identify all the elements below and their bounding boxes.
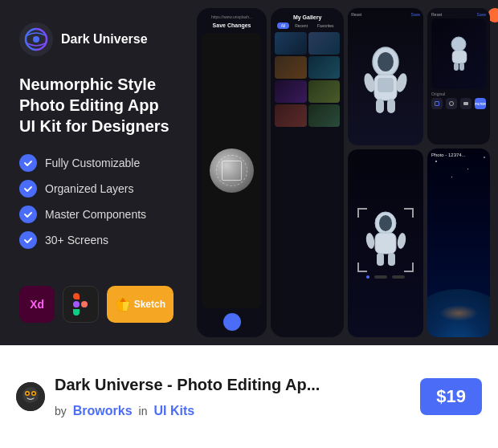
svg-rect-21 (377, 253, 384, 266)
gallery-thumb-2 (308, 32, 341, 55)
check-icon-4 (19, 231, 37, 249)
right-screens-column: Reset Save Original (427, 8, 490, 337)
gallery-thumb-7 (275, 104, 307, 127)
svg-point-17 (379, 215, 392, 231)
gallery-tab-all[interactable]: All (277, 22, 290, 29)
astronaut-figure-top (361, 44, 410, 116)
product-title: Dark Universe - Photo Editing Ap... (55, 376, 420, 394)
svg-point-23 (451, 37, 466, 51)
author-name[interactable]: Broworks (73, 404, 133, 418)
photo-edit-screen: Reset Save Original (427, 8, 490, 145)
gallery-thumb-1 (275, 32, 307, 55)
gallery-tab-recent[interactable]: Recent (291, 22, 312, 29)
edit-icon-3[interactable] (460, 98, 471, 109)
price-badge[interactable]: $19 (420, 378, 482, 415)
features-list: Fully Customizable Organized Layers Mast… (19, 154, 173, 249)
photo-edit-astronaut (445, 36, 473, 72)
product-card: Dark Universe Neumorphic Style Photo Edi… (0, 0, 498, 345)
left-panel: Dark Universe Neumorphic Style Photo Edi… (0, 0, 193, 345)
gallery-thumb-4 (308, 56, 341, 79)
feature-label-2: Organized Layers (45, 182, 134, 195)
svg-point-9 (378, 52, 394, 71)
svg-point-19 (365, 232, 375, 249)
author-avatar-image (16, 382, 45, 411)
product-tagline: Neumorphic Style Photo Editing App UI Ki… (19, 74, 173, 136)
svg-rect-18 (375, 233, 396, 254)
check-icon-2 (19, 180, 37, 198)
feature-item-3: Master Components (19, 206, 173, 223)
original-label: Original (431, 92, 486, 96)
feature-item-4: 30+ Screens (19, 231, 173, 249)
astronaut-top-screen: Reset Save (348, 8, 423, 145)
photo-label-text: Photo - 12374... (431, 153, 486, 157)
gallery-thumb-8 (308, 104, 341, 127)
svg-rect-26 (459, 63, 464, 71)
gallery-tab-favorites[interactable]: Favorites (313, 22, 338, 29)
astronaut-figure-bottom (364, 210, 408, 271)
brand-logo-icon (19, 22, 53, 56)
camera-screen-preview: https://www.unsplash... Save Changes (197, 8, 267, 337)
svg-rect-15 (378, 78, 394, 92)
space-earth-screen: Photo - 12374... (427, 149, 490, 337)
svg-rect-14 (387, 99, 395, 113)
sketch-badge: Sketch (107, 286, 173, 323)
by-text: by (55, 405, 67, 417)
figma-icon (73, 293, 88, 316)
svg-rect-22 (388, 253, 395, 266)
tools-row: Xd (19, 286, 173, 323)
feature-label-4: 30+ Screens (45, 234, 108, 246)
sketch-label: Sketch (134, 299, 165, 310)
gallery-thumb-5 (275, 80, 307, 103)
svg-rect-25 (454, 63, 459, 71)
brand-row: Dark Universe (19, 22, 173, 56)
author-avatar (16, 382, 45, 411)
save-changes-label: Save Changes (213, 22, 251, 28)
check-icon-3 (19, 206, 37, 223)
svg-point-31 (27, 393, 29, 395)
screens-preview-panel: https://www.unsplash... Save Changes My … (193, 0, 498, 345)
bottom-info-bar: Dark Universe - Photo Editing Ap... by B… (0, 345, 498, 448)
gallery-header-text: My Gallery (275, 14, 340, 20)
capture-button[interactable] (223, 313, 241, 331)
svg-point-20 (396, 232, 406, 249)
feature-item-1: Fully Customizable (19, 154, 173, 172)
svg-rect-13 (376, 99, 384, 113)
astronaut-bottom-screen (348, 149, 423, 337)
svg-point-1 (33, 36, 39, 43)
feature-label-1: Fully Customizable (45, 157, 140, 169)
svg-point-32 (33, 393, 35, 395)
gallery-screen-preview: My Gallery All Recent Favorites (271, 8, 344, 337)
feature-label-3: Master Components (45, 208, 146, 221)
edit-icon-2[interactable] (446, 98, 457, 109)
in-text: in (139, 405, 148, 417)
svg-point-28 (22, 387, 39, 403)
filter-icon[interactable]: FILTER (475, 98, 486, 109)
adobe-xd-badge: Xd (19, 286, 55, 323)
author-row: by Broworks in UI Kits (55, 404, 420, 418)
middle-screens-column: Reset Save (348, 8, 423, 337)
edit-icon-1[interactable] (431, 98, 443, 109)
check-icon-1 (19, 154, 37, 172)
figma-badge (63, 286, 98, 323)
category-link[interactable]: UI Kits (154, 404, 195, 418)
gallery-thumb-3 (275, 56, 307, 79)
feature-item-2: Organized Layers (19, 180, 173, 198)
svg-rect-24 (452, 51, 467, 63)
gallery-thumb-6 (308, 80, 341, 103)
brand-name-text: Dark Universe (61, 32, 148, 47)
